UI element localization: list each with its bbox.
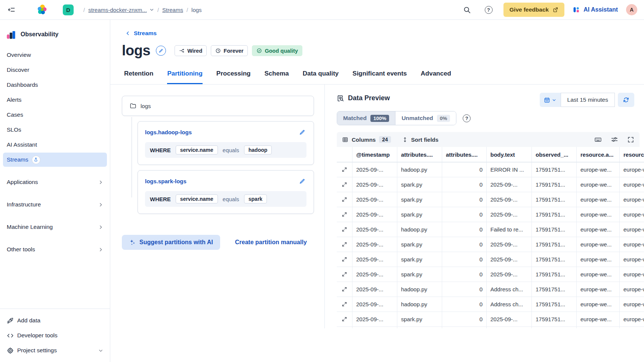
back-to-streams-link[interactable]: Streams bbox=[125, 30, 157, 37]
unmatched-toggle[interactable]: Unmatched 0% bbox=[395, 111, 456, 125]
cell-body-text[interactable]: 2025-09-... bbox=[487, 237, 532, 252]
sidebar-group-infrastructure[interactable]: Infrastructure bbox=[3, 197, 107, 212]
cell-observed[interactable]: 17591751... bbox=[532, 312, 577, 327]
edit-partition-icon[interactable] bbox=[298, 128, 306, 136]
tab-schema[interactable]: Schema bbox=[265, 70, 289, 84]
cell-body-text[interactable]: 2025-09-... bbox=[487, 252, 532, 267]
elastic-logo-icon[interactable] bbox=[37, 4, 48, 15]
sidebar-group-machine-learning[interactable]: Machine Learning bbox=[3, 220, 107, 234]
cell-timestamp[interactable]: 2025-09-... bbox=[352, 207, 397, 222]
cell-resource[interactable]: europe-we... bbox=[577, 282, 620, 297]
cell-observed[interactable]: 17591751... bbox=[532, 267, 577, 282]
tab-partitioning[interactable]: Partitioning bbox=[167, 70, 202, 84]
expand-row-icon[interactable] bbox=[337, 207, 352, 222]
columns-button[interactable]: Columns 24 bbox=[342, 136, 391, 143]
expand-row-icon[interactable] bbox=[337, 177, 352, 192]
column-header[interactable]: resource.a... bbox=[577, 147, 620, 162]
chevron-down-icon[interactable] bbox=[150, 7, 154, 12]
cell-attributes-num[interactable]: 0 bbox=[442, 222, 487, 237]
cell-timestamp[interactable]: 2025-09-... bbox=[352, 222, 397, 237]
cell-resource-2[interactable]: europe-we... bbox=[620, 222, 644, 237]
cell-attributes-num[interactable]: 0 bbox=[442, 327, 487, 328]
cell-body-text[interactable]: 2025-09-... bbox=[487, 192, 532, 207]
cell-body-text[interactable]: 2025-09-... bbox=[487, 207, 532, 222]
cell-resource-2[interactable]: europe-we... bbox=[620, 207, 644, 222]
expand-row-icon[interactable] bbox=[337, 252, 352, 267]
breadcrumb-streams-link[interactable]: Streams bbox=[162, 7, 183, 13]
cell-body-text[interactable]: Address ch... bbox=[487, 282, 532, 297]
cell-observed[interactable]: 17591751... bbox=[532, 162, 577, 177]
refresh-button[interactable] bbox=[618, 93, 634, 107]
cell-attributes-num[interactable]: 0 bbox=[442, 177, 487, 192]
give-feedback-button[interactable]: Give feedback bbox=[503, 3, 564, 17]
cell-resource[interactable]: europe-we... bbox=[577, 312, 620, 327]
cell-attributes-num[interactable]: 0 bbox=[442, 162, 487, 177]
column-header[interactable]: observed_... bbox=[532, 147, 577, 162]
expand-row-icon[interactable] bbox=[337, 327, 352, 328]
avatar[interactable]: A bbox=[626, 4, 637, 15]
cell-resource[interactable]: europe-we... bbox=[577, 222, 620, 237]
cell-resource[interactable]: europe-we... bbox=[577, 192, 620, 207]
column-header[interactable]: body.text bbox=[487, 147, 532, 162]
cell-body-text[interactable]: ERROR IN ... bbox=[487, 162, 532, 177]
cell-attributes-file[interactable]: spark.py bbox=[397, 267, 442, 282]
edit-icon[interactable] bbox=[156, 46, 166, 56]
search-icon[interactable] bbox=[460, 3, 474, 16]
partition-link-spark[interactable]: logs.spark-logs bbox=[145, 178, 187, 184]
cell-resource-2[interactable]: europe-we... bbox=[620, 252, 644, 267]
sidebar-item-add-data[interactable]: Add data bbox=[3, 313, 107, 328]
cell-resource[interactable]: europe-we... bbox=[577, 177, 620, 192]
date-picker-calendar-button[interactable] bbox=[540, 93, 561, 107]
display-options-icon[interactable] bbox=[611, 136, 618, 143]
cell-timestamp[interactable]: 2025-09-... bbox=[352, 312, 397, 327]
cell-attributes-file[interactable]: hadoop.py bbox=[397, 222, 442, 237]
cell-attributes-num[interactable]: 0 bbox=[442, 192, 487, 207]
cell-resource-2[interactable]: europe-we... bbox=[620, 312, 644, 327]
matched-toggle[interactable]: Matched 100% bbox=[337, 111, 395, 125]
cell-resource[interactable]: europe-we... bbox=[577, 162, 620, 177]
cell-resource-2[interactable]: europe-we... bbox=[620, 177, 644, 192]
expand-row-icon[interactable] bbox=[337, 312, 352, 327]
cell-observed[interactable]: 17591751... bbox=[532, 327, 577, 328]
cell-resource[interactable]: europe-we... bbox=[577, 252, 620, 267]
collapse-nav-icon[interactable] bbox=[5, 3, 18, 16]
cell-resource[interactable]: europe-we... bbox=[577, 267, 620, 282]
cell-attributes-file[interactable]: spark.py bbox=[397, 177, 442, 192]
expand-row-icon[interactable] bbox=[337, 237, 352, 252]
keyboard-icon[interactable] bbox=[594, 136, 602, 143]
cell-attributes-file[interactable]: spark.py bbox=[397, 192, 442, 207]
cell-attributes-file[interactable]: hadoop.py bbox=[397, 162, 442, 177]
cell-observed[interactable]: 17591751... bbox=[532, 192, 577, 207]
cell-timestamp[interactable]: 2025-09-... bbox=[352, 282, 397, 297]
partition-link-hadoop[interactable]: logs.hadoop-logs bbox=[145, 129, 192, 135]
breadcrumb-deployment[interactable]: streams-docker-znxm... bbox=[88, 7, 147, 13]
condition-field-chip[interactable]: service.name bbox=[176, 145, 218, 154]
cell-observed[interactable]: 17591751... bbox=[532, 282, 577, 297]
expand-row-icon[interactable] bbox=[337, 162, 352, 177]
cell-resource[interactable]: europe-we... bbox=[577, 327, 620, 328]
expand-row-icon[interactable] bbox=[337, 297, 352, 312]
tab-significant-events[interactable]: Significant events bbox=[352, 70, 407, 84]
cell-timestamp[interactable]: 2025-09-... bbox=[352, 177, 397, 192]
ai-assistant-button[interactable]: AI Assistant bbox=[573, 6, 618, 13]
column-header[interactable]: resource.a... bbox=[620, 147, 644, 162]
space-badge[interactable]: D bbox=[63, 4, 74, 15]
cell-observed[interactable]: 17591751... bbox=[532, 297, 577, 312]
sidebar-item-streams[interactable]: Streams bbox=[3, 153, 107, 167]
cell-timestamp[interactable]: 2025-09-... bbox=[352, 297, 397, 312]
cell-resource-2[interactable]: europe-we... bbox=[620, 162, 644, 177]
cell-attributes-num[interactable]: 0 bbox=[442, 237, 487, 252]
tab-processing[interactable]: Processing bbox=[216, 70, 251, 84]
cell-timestamp[interactable]: 2025-09-... bbox=[352, 162, 397, 177]
sidebar-item-ai-assistant[interactable]: AI Assistant bbox=[3, 138, 107, 152]
sidebar-item-project-settings[interactable]: Project settings bbox=[3, 343, 107, 358]
cell-resource[interactable]: europe-we... bbox=[577, 237, 620, 252]
help-icon[interactable]: ? bbox=[482, 3, 495, 16]
cell-attributes-num[interactable]: 0 bbox=[442, 312, 487, 327]
cell-attributes-num[interactable]: 0 bbox=[442, 297, 487, 312]
cell-timestamp[interactable]: 2025-09-... bbox=[352, 237, 397, 252]
sidebar-item-cases[interactable]: Cases bbox=[3, 108, 107, 122]
cell-attributes-file[interactable]: spark.py bbox=[397, 207, 442, 222]
cell-observed[interactable]: 17591751... bbox=[532, 207, 577, 222]
cell-resource-2[interactable]: europe-we... bbox=[620, 327, 644, 328]
